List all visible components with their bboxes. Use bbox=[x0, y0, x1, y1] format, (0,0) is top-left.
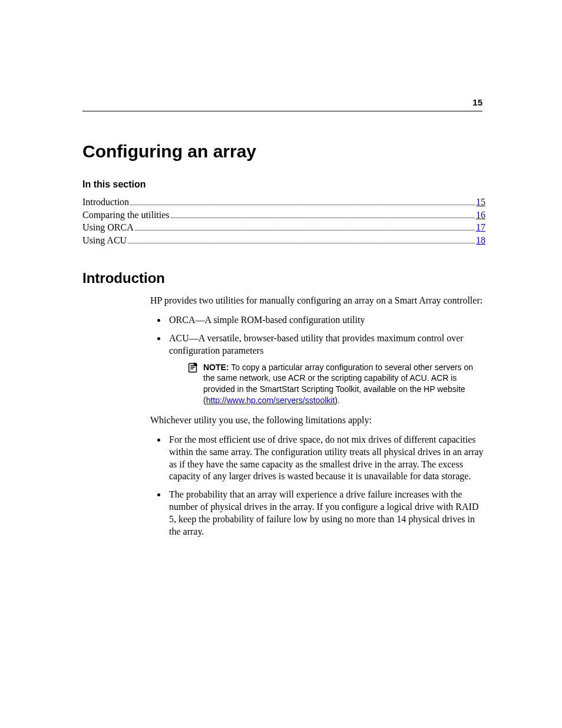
toc-row: Using ORCA 17 bbox=[82, 221, 485, 234]
toc-row: Using ACU 18 bbox=[82, 234, 485, 247]
toc-page-link[interactable]: 16 bbox=[476, 209, 485, 222]
list-item: ACU—A versatile, browser-based utility t… bbox=[167, 332, 485, 406]
body-content: HP provides two utilities for manually c… bbox=[150, 295, 485, 538]
note-text: NOTE: To copy a particular array configu… bbox=[203, 362, 485, 407]
list-item: For the most efficient use of drive spac… bbox=[167, 434, 485, 483]
list-item-text: ACU—A versatile, browser-based utility t… bbox=[169, 333, 464, 355]
toc-leader bbox=[130, 196, 475, 205]
section-heading-introduction: Introduction bbox=[82, 270, 485, 286]
toc-label: Comparing the utilities bbox=[82, 209, 170, 222]
toc-leader bbox=[171, 209, 475, 218]
document-page: 15 Configuring an array In this section … bbox=[0, 0, 562, 728]
list-item: The probability that an array will exper… bbox=[167, 489, 485, 538]
toc-row: Introduction 15 bbox=[82, 196, 485, 209]
toc-leader bbox=[135, 222, 475, 230]
toc-label: Introduction bbox=[82, 196, 129, 209]
page-number: 15 bbox=[472, 97, 482, 107]
toc-page-link[interactable]: 18 bbox=[476, 234, 485, 247]
note-block: NOTE: To copy a particular array configu… bbox=[187, 362, 485, 407]
in-this-section-label: In this section bbox=[82, 179, 485, 190]
toc-label: Using ACU bbox=[82, 234, 127, 247]
note-icon bbox=[187, 361, 200, 377]
note-body-after-link: ). bbox=[335, 396, 340, 405]
toc-page-link[interactable]: 17 bbox=[476, 221, 485, 234]
toc-label: Using ORCA bbox=[82, 221, 134, 234]
intro-paragraph: HP provides two utilities for manually c… bbox=[150, 295, 485, 307]
note-link[interactable]: http://www.hp.com/servers/sstoolkit bbox=[206, 396, 335, 405]
limitations-list: For the most efficient use of drive spac… bbox=[150, 434, 485, 538]
toc: Introduction 15 Comparing the utilities … bbox=[82, 196, 485, 246]
toc-page-link[interactable]: 15 bbox=[476, 196, 485, 209]
toc-leader bbox=[128, 234, 475, 243]
page-title: Configuring an array bbox=[82, 141, 485, 162]
note-label: NOTE: bbox=[203, 363, 229, 372]
list-item: ORCA—A simple ROM-based configuration ut… bbox=[167, 314, 485, 327]
header-rule bbox=[82, 111, 482, 111]
limitations-intro: Whichever utility you use, the following… bbox=[150, 414, 485, 427]
toc-row: Comparing the utilities 16 bbox=[82, 209, 485, 222]
utilities-list: ORCA—A simple ROM-based configuration ut… bbox=[150, 314, 485, 406]
